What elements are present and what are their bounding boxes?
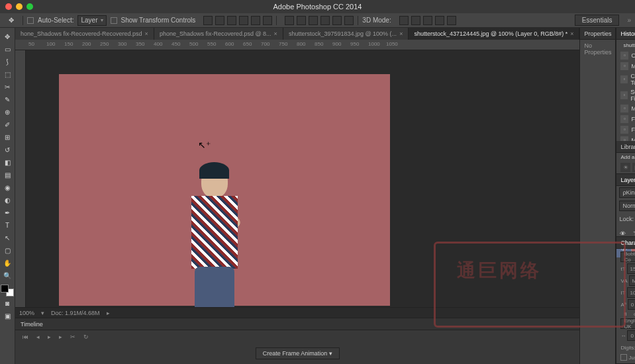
history-tab[interactable]: History bbox=[620, 30, 635, 37]
distribute-vcenter-icon[interactable] bbox=[297, 16, 306, 25]
align-right-icon[interactable] bbox=[263, 16, 272, 25]
document-tab[interactable]: shutterstock_397591834.jpg @ 100% (...× bbox=[283, 28, 409, 40]
quickmask-tool[interactable]: ◙ bbox=[0, 297, 15, 309]
healing-tool[interactable]: ⊕ bbox=[0, 106, 15, 118]
timeline-tab[interactable]: Timeline bbox=[21, 321, 43, 328]
timeline-next-icon[interactable]: ▸ bbox=[57, 333, 64, 341]
language-dropdown[interactable]: English: UK bbox=[620, 318, 635, 329]
workspace-switcher[interactable]: Essentials bbox=[575, 15, 620, 26]
history-state[interactable]: ▫Move bbox=[616, 135, 635, 141]
properties-tab[interactable]: Properties bbox=[584, 30, 611, 37]
eraser-tool[interactable]: ◧ bbox=[0, 156, 15, 168]
timeline-convert-icon[interactable]: ↻ bbox=[81, 333, 91, 341]
auto-select-type-dropdown[interactable]: Layer bbox=[77, 15, 106, 26]
levels-adj-icon[interactable]: ◫ bbox=[632, 163, 635, 172]
libraries-tab[interactable]: Libraries bbox=[620, 144, 635, 150]
layers-tab[interactable]: Layers bbox=[620, 177, 635, 183]
color-swatch-tool[interactable] bbox=[1, 285, 14, 296]
faux-bold-icon[interactable]: fi bbox=[620, 311, 630, 317]
crop-tool[interactable]: ✂ bbox=[0, 81, 15, 93]
document-tab[interactable]: hone_Shadows fix-Recovered-Recovered.psd… bbox=[15, 28, 154, 40]
history-state[interactable]: ▫Free Transform bbox=[616, 114, 635, 124]
align-hcenter-icon[interactable] bbox=[251, 16, 260, 25]
history-state[interactable]: ▫Open bbox=[616, 50, 635, 61]
ruler-vertical[interactable] bbox=[15, 50, 26, 307]
history-state[interactable]: ▫Move bbox=[616, 103, 635, 114]
stamp-tool[interactable]: ⊞ bbox=[0, 131, 15, 143]
3d-pan-icon[interactable] bbox=[423, 16, 432, 25]
vscale-input[interactable]: 100% bbox=[627, 287, 635, 298]
brush-tool[interactable]: ✐ bbox=[0, 118, 15, 130]
brightness-adj-icon[interactable]: ☀ bbox=[620, 163, 630, 172]
history-state[interactable]: ▫Set Shape Layer Fill bbox=[616, 87, 635, 103]
gradient-tool[interactable]: ▤ bbox=[0, 169, 15, 181]
shape-tool[interactable]: ▢ bbox=[0, 244, 15, 256]
timeline-prev-icon[interactable]: ◂ bbox=[34, 333, 42, 341]
blur-tool[interactable]: ◉ bbox=[0, 181, 15, 193]
3d-orbit-icon[interactable] bbox=[399, 16, 409, 25]
history-state[interactable]: ▫Custom Shape Tool bbox=[616, 71, 635, 87]
workspace-menu-icon[interactable]: » bbox=[627, 17, 631, 24]
align-bottom-icon[interactable] bbox=[227, 16, 236, 25]
timeline-first-icon[interactable]: ⏮ bbox=[21, 333, 30, 341]
move-tool[interactable]: ✥ bbox=[0, 30, 15, 42]
show-transform-checkbox[interactable] bbox=[111, 17, 117, 24]
close-tab-icon[interactable]: × bbox=[399, 30, 403, 37]
visibility-toggle-icon[interactable]: 👁 bbox=[619, 230, 626, 237]
marquee-tool[interactable]: ▭ bbox=[0, 43, 15, 55]
close-window[interactable] bbox=[5, 3, 12, 10]
pen-tool[interactable]: ✒ bbox=[0, 206, 15, 218]
distribute-left-icon[interactable] bbox=[320, 16, 330, 25]
3d-roll-icon[interactable] bbox=[411, 16, 420, 25]
document-image[interactable] bbox=[59, 74, 390, 306]
history-brush-tool[interactable]: ↺ bbox=[0, 144, 15, 156]
3d-slide-icon[interactable] bbox=[435, 16, 444, 25]
font-family-dropdown[interactable]: BobbyJonesSoft-Co bbox=[620, 251, 635, 262]
zoom-level[interactable]: 100% bbox=[19, 310, 34, 316]
ruler-horizontal[interactable]: 5010015020025030035040045050055060065070… bbox=[15, 40, 579, 50]
dodge-tool[interactable]: ◐ bbox=[0, 194, 15, 206]
close-tab-icon[interactable]: × bbox=[274, 30, 277, 37]
justification-alternates-checkbox[interactable] bbox=[620, 354, 627, 361]
blend-mode-dropdown[interactable]: Normal bbox=[619, 201, 635, 211]
distribute-bottom-icon[interactable] bbox=[309, 16, 318, 25]
screenmode-tool[interactable]: ▣ bbox=[0, 310, 15, 322]
document-tab[interactable]: phone_Shadows fix-Recovered.psd @ 8...× bbox=[154, 28, 283, 40]
eyedropper-tool[interactable]: ✎ bbox=[0, 93, 15, 105]
close-tab-icon[interactable]: × bbox=[570, 30, 573, 37]
distribute-top-icon[interactable] bbox=[285, 16, 294, 25]
3d-scale-icon[interactable] bbox=[447, 16, 456, 25]
char-offset1[interactable]: 0 bbox=[627, 330, 635, 341]
baseline-input[interactable]: 0 pt bbox=[628, 299, 635, 310]
minimize-window[interactable] bbox=[16, 3, 23, 10]
wand-tool[interactable]: ⬚ bbox=[0, 68, 15, 80]
options-bar: ✥ Auto-Select: Layer Show Transform Cont… bbox=[0, 13, 635, 28]
history-state[interactable]: ▫Free Transform bbox=[616, 124, 635, 135]
path-tool[interactable]: ↖ bbox=[0, 232, 15, 244]
create-frame-animation-button[interactable]: Create Frame Animation ▾ bbox=[256, 347, 340, 359]
layer-kind-filter[interactable]: ρKind bbox=[619, 187, 635, 198]
kerning-input[interactable]: Metrics bbox=[629, 275, 635, 286]
align-top-icon[interactable] bbox=[203, 16, 213, 25]
close-tab-icon[interactable]: × bbox=[145, 30, 148, 37]
hand-tool[interactable]: ✋ bbox=[0, 257, 15, 269]
document-tab[interactable]: shutterstock_437124445.jpg @ 100% (Layer… bbox=[409, 28, 579, 40]
character-tab[interactable]: Character bbox=[620, 240, 635, 246]
history-state[interactable]: ▫Make Layer bbox=[616, 61, 635, 71]
type-tool[interactable]: T bbox=[0, 219, 15, 231]
zoom-tool[interactable]: 🔍 bbox=[0, 269, 15, 281]
lasso-tool[interactable]: ⟆ bbox=[0, 56, 15, 68]
timeline-cut-icon[interactable]: ✂ bbox=[68, 333, 77, 341]
zoom-window[interactable] bbox=[26, 3, 33, 10]
image-subject bbox=[175, 164, 254, 307]
font-size-input[interactable]: 15 pt bbox=[627, 263, 635, 274]
timeline-play-icon[interactable]: ▸ bbox=[46, 333, 53, 341]
align-left-icon[interactable] bbox=[239, 16, 248, 25]
doc-size-label[interactable]: Doc: 1.91M/4.68M bbox=[51, 310, 100, 316]
distribute-right-icon[interactable] bbox=[344, 16, 354, 25]
align-vcenter-icon[interactable] bbox=[215, 16, 224, 25]
faux-italic-icon[interactable]: σ bbox=[630, 311, 635, 317]
auto-select-checkbox[interactable] bbox=[27, 17, 34, 24]
history-document[interactable]: shutterstock_437124445.jpg bbox=[616, 40, 635, 50]
distribute-hcenter-icon[interactable] bbox=[332, 16, 342, 25]
